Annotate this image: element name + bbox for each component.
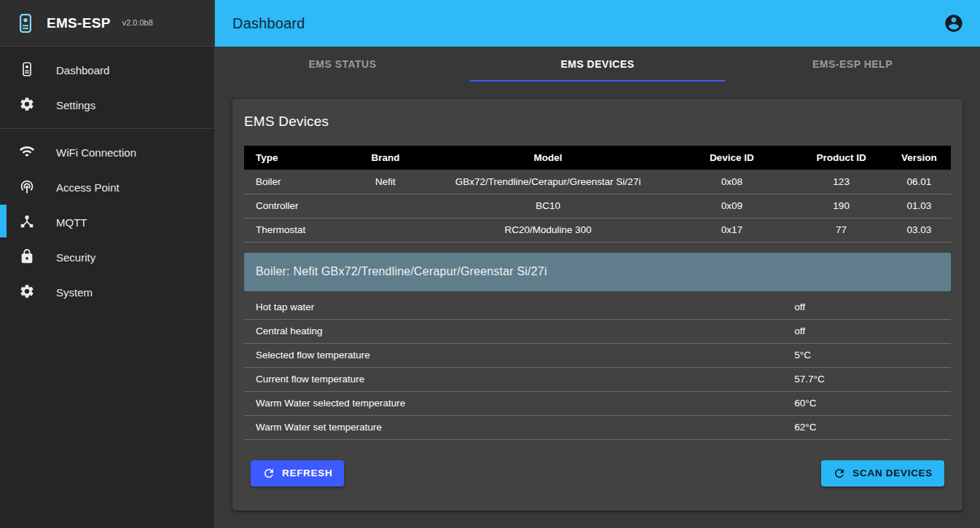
column-header-product-id: Product ID [796, 146, 887, 170]
detail-value: 60°C [794, 398, 951, 409]
ems-devices-card: EMS Devices Type Brand Model Device ID P… [232, 99, 963, 511]
detail-label: Selected flow temperature [256, 350, 794, 360]
selected-device-header: Boiler: Nefit GBx72/Trendline/Cerapur/Gr… [244, 253, 951, 291]
column-header-brand: Brand [343, 146, 428, 170]
scan-icon [833, 467, 846, 480]
sidebar-item-label: System [56, 286, 93, 299]
page-title: Dashboard [232, 15, 305, 32]
appbar: Dashboard [215, 0, 980, 47]
content-area: EMS Devices Type Brand Model Device ID P… [215, 82, 980, 528]
table-row-controller[interactable]: Controller BC10 0x09 190 01.03 [244, 194, 951, 218]
detail-label: Current flow temperature [256, 374, 794, 385]
detail-value: off [794, 302, 951, 312]
detail-label: Central heating [256, 326, 794, 336]
detail-row: Warm Water set temperature 62°C [244, 416, 951, 440]
sidebar-item-mqtt[interactable]: MQTT [0, 205, 214, 240]
sidebar-header: EMS-ESP v2.0.0b8 [0, 0, 214, 47]
cell-version: 03.03 [887, 218, 951, 242]
tab-ems-status[interactable]: EMS STATUS [215, 47, 470, 82]
tab-ems-esp-help[interactable]: EMS-ESP HELP [725, 47, 980, 82]
detail-row: Selected flow temperature 5°C [244, 344, 951, 368]
app-version: v2.0.0b8 [122, 18, 153, 27]
cell-brand [343, 218, 428, 242]
cell-device-id: 0x08 [668, 170, 796, 194]
sidebar-item-wifi-connection[interactable]: WiFi Connection [0, 135, 214, 170]
column-header-model: Model [428, 146, 668, 170]
column-header-device-id: Device ID [668, 146, 796, 170]
cell-model: BC10 [428, 194, 668, 218]
app-name: EMS-ESP [47, 15, 111, 31]
detail-label: Warm Water set temperature [256, 422, 794, 433]
detail-row: Hot tap water off [244, 296, 951, 320]
cell-product-id: 190 [796, 194, 887, 218]
sidebar-item-security[interactable]: Security [0, 240, 214, 275]
refresh-button-label: REFRESH [282, 468, 332, 478]
cell-brand [343, 194, 428, 218]
cell-model: RC20/Moduline 300 [428, 218, 668, 242]
sidebar-item-label: WiFi Connection [56, 146, 136, 159]
detail-label: Hot tap water [256, 302, 794, 312]
sidebar-nav: Dashboard Settings WiFi Connection Acc [0, 47, 214, 310]
detail-label: Warm Water selected temperature [256, 398, 794, 409]
cell-product-id: 77 [796, 218, 887, 242]
tab-bar: EMS STATUS EMS DEVICES EMS-ESP HELP [215, 47, 980, 82]
detail-row: Current flow temperature 57.7°C [244, 368, 951, 392]
cell-type: Controller [244, 194, 343, 218]
sidebar-edge-indicator [0, 205, 7, 237]
sidebar-item-access-point[interactable]: Access Point [0, 170, 214, 205]
card-title: EMS Devices [244, 114, 951, 130]
sidebar-item-label: Dashboard [56, 64, 109, 76]
sidebar-item-label: Security [56, 251, 95, 264]
sidebar-item-dashboard[interactable]: Dashboard [0, 52, 214, 87]
app-root: EMS-ESP v2.0.0b8 Dashboard Settings [0, 0, 980, 528]
tab-ems-devices[interactable]: EMS DEVICES [470, 47, 725, 82]
refresh-icon [262, 467, 275, 480]
sidebar: EMS-ESP v2.0.0b8 Dashboard Settings [0, 0, 215, 528]
dashboard-icon [19, 61, 36, 79]
table-row-boiler[interactable]: Boiler Nefit GBx72/Trendline/Cerapur/Gre… [244, 170, 951, 194]
sidebar-divider [0, 128, 214, 129]
column-header-type: Type [244, 146, 343, 170]
cell-model: GBx72/Trendline/Cerapur/Greenstar Si/27i [428, 170, 668, 194]
cell-version: 06.01 [887, 170, 951, 194]
sidebar-item-label: MQTT [56, 216, 87, 229]
detail-value: 5°C [794, 350, 951, 360]
sidebar-item-label: Access Point [56, 181, 119, 194]
sidebar-item-settings[interactable]: Settings [0, 87, 214, 122]
refresh-button[interactable]: REFRESH [251, 460, 344, 486]
account-circle-icon[interactable] [944, 13, 964, 34]
detail-value: 62°C [794, 422, 951, 433]
device-details: Hot tap water off Central heating off Se… [244, 296, 951, 440]
devices-table: Type Brand Model Device ID Product ID Ve… [244, 146, 951, 243]
app-logo-icon [15, 12, 36, 34]
scan-devices-button-label: SCAN DEVICES [852, 468, 933, 478]
card-actions: REFRESH SCAN DEVICES [244, 460, 951, 486]
cell-type: Boiler [244, 170, 343, 194]
access-point-icon [19, 178, 36, 196]
sidebar-item-label: Settings [56, 99, 95, 111]
settings-icon [19, 96, 36, 114]
cell-device-id: 0x17 [668, 218, 796, 242]
scan-devices-button[interactable]: SCAN DEVICES [821, 460, 944, 486]
cell-device-id: 0x09 [668, 194, 796, 218]
cell-type: Thermostat [244, 218, 343, 242]
sidebar-item-system[interactable]: System [0, 275, 214, 310]
lock-icon [19, 248, 36, 266]
detail-value: 57.7°C [794, 374, 951, 385]
cell-product-id: 123 [796, 170, 887, 194]
detail-row: Central heating off [244, 320, 951, 344]
devices-table-header: Type Brand Model Device ID Product ID Ve… [244, 146, 951, 170]
column-header-version: Version [887, 146, 951, 170]
cell-version: 01.03 [887, 194, 951, 218]
table-row-thermostat[interactable]: Thermostat RC20/Moduline 300 0x17 77 03.… [244, 218, 951, 242]
main-area: Dashboard EMS STATUS EMS DEVICES EMS-ESP… [215, 0, 980, 528]
wifi-icon [19, 143, 36, 161]
cell-brand: Nefit [343, 170, 428, 194]
mqtt-icon [19, 213, 36, 231]
detail-value: off [794, 326, 951, 336]
system-gear-icon [19, 283, 36, 301]
detail-row: Warm Water selected temperature 60°C [244, 392, 951, 416]
